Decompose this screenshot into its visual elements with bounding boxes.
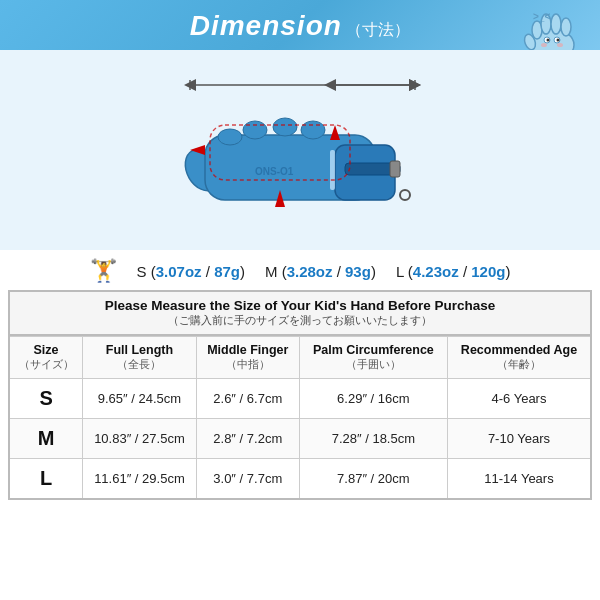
svg-point-10 [541,43,547,47]
svg-point-3 [551,14,561,34]
table-header-row: Size （サイズ） Full Length （全長） Middle Finge… [9,337,591,379]
cell-size: M [9,419,83,459]
cell-full-length: 11.61″ / 29.5cm [83,459,197,500]
svg-point-11 [557,43,563,47]
svg-point-4 [561,18,571,36]
table-row: M 10.83″ / 27.5cm 2.8″ / 7.2cm 7.28″ / 1… [9,419,591,459]
cell-age: 4-6 Years [447,379,591,419]
col-full-length: Full Length （全長） [83,337,197,379]
svg-marker-31 [330,125,340,140]
table-row: L 11.61″ / 29.5cm 3.0″ / 7.7cm 7.87″ / 2… [9,459,591,500]
svg-point-25 [301,121,325,139]
svg-text:>_<: >_< [533,11,550,22]
svg-rect-21 [390,161,400,177]
cell-age: 7-10 Years [447,419,591,459]
svg-point-24 [273,118,297,136]
svg-point-23 [243,121,267,139]
svg-point-22 [218,129,242,145]
cell-middle-finger: 2.8″ / 7.2cm [196,419,299,459]
weight-s: S (3.07oz / 87g) [137,263,245,280]
weight-section: 🏋 S (3.07oz / 87g) M (3.28oz / 93g) L (4… [0,250,600,290]
table-row: S 9.65″ / 24.5cm 2.6″ / 6.7cm 6.29″ / 16… [9,379,591,419]
table-notice: Please Measure the Size of Your Kid's Ha… [8,290,592,336]
table-notice-sub: （ご購入前に手のサイズを測ってお願いいたします） [18,313,582,328]
size-table-section: Please Measure the Size of Your Kid's Ha… [0,290,600,508]
svg-point-8 [547,39,550,42]
cell-size: S [9,379,83,419]
page-subtitle: （寸法） [346,21,410,38]
svg-point-9 [557,39,560,42]
weight-m: M (3.28oz / 93g) [265,263,376,280]
cell-palm-circumference: 7.87″ / 20cm [299,459,447,500]
weight-l: L (4.23oz / 120g) [396,263,511,280]
weight-icon: 🏋 [90,258,117,284]
page-title: Dimension [190,10,342,41]
dimension-illustration: ONS-O1 [0,50,600,250]
col-middle-finger: Middle Finger （中指） [196,337,299,379]
cell-middle-finger: 3.0″ / 7.7cm [196,459,299,500]
glove-diagram: ONS-O1 [130,70,470,230]
cell-full-length: 10.83″ / 27.5cm [83,419,197,459]
col-size: Size （サイズ） [9,337,83,379]
page-header: Dimension （寸法） >_< [0,0,600,50]
cell-palm-circumference: 7.28″ / 18.5cm [299,419,447,459]
cell-size: L [9,459,83,500]
col-recommended-age: Recommended Age （年齢） [447,337,591,379]
svg-point-28 [400,190,410,200]
svg-text:ONS-O1: ONS-O1 [255,166,294,177]
svg-rect-26 [330,150,335,190]
cell-middle-finger: 2.6″ / 6.7cm [196,379,299,419]
table-notice-main: Please Measure the Size of Your Kid's Ha… [18,298,582,313]
size-table: Size （サイズ） Full Length （全長） Middle Finge… [8,336,592,500]
cell-full-length: 9.65″ / 24.5cm [83,379,197,419]
cell-palm-circumference: 6.29″ / 16cm [299,379,447,419]
cell-age: 11-14 Years [447,459,591,500]
col-palm-circumference: Palm Circumference （手囲い） [299,337,447,379]
